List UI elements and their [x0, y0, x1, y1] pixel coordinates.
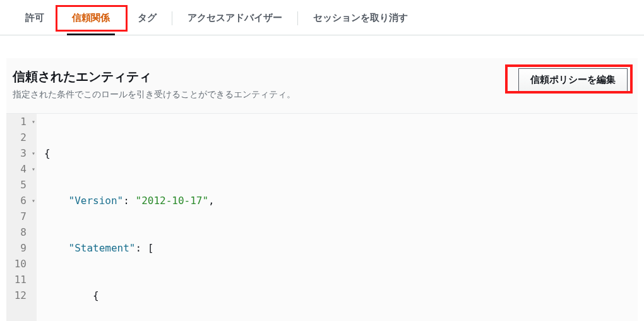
code-line: {	[44, 288, 638, 303]
panel-title: 信頼されたエンティティ	[13, 68, 295, 85]
line-number: 3▾	[6, 145, 32, 161]
line-number: 2	[6, 130, 32, 145]
code-line: "Statement": [	[44, 240, 638, 256]
fold-arrow-icon[interactable]: ▾	[32, 193, 35, 209]
edit-trust-policy-button[interactable]: 信頼ポリシーを編集	[518, 68, 628, 92]
line-number: 10	[6, 256, 32, 272]
code-line: {	[44, 145, 638, 161]
trusted-entities-panel: 信頼されたエンティティ 指定された条件でこのロールを引き受けることができるエンテ…	[6, 58, 638, 321]
line-number: 4▾	[6, 161, 32, 177]
line-number: 12	[6, 288, 32, 303]
fold-arrow-icon[interactable]: ▾	[32, 114, 35, 130]
tabs-bar: 許可 信頼関係 タグ アクセスアドバイザー セッションを取り消す	[0, 0, 644, 35]
tab-access-advisor[interactable]: アクセスアドバイザー	[174, 7, 296, 35]
tab-revoke-sessions[interactable]: セッションを取り消す	[299, 7, 422, 35]
tab-permissions[interactable]: 許可	[11, 7, 58, 35]
line-gutter: 1▾ 2 3▾ 4▾ 5 6▾ 7 8 9 10 11 12	[6, 114, 37, 321]
code-content[interactable]: { "Version": "2012-10-17", "Statement": …	[37, 114, 638, 321]
panel-heading-group: 信頼されたエンティティ 指定された条件でこのロールを引き受けることができるエンテ…	[13, 68, 295, 100]
panel-description: 指定された条件でこのロールを引き受けることができるエンティティ。	[13, 89, 295, 100]
line-number: 9	[6, 240, 32, 256]
trust-policy-editor[interactable]: 1▾ 2 3▾ 4▾ 5 6▾ 7 8 9 10 11 12 { "Versio…	[6, 113, 638, 321]
fold-arrow-icon[interactable]: ▾	[32, 145, 35, 161]
tab-divider	[172, 11, 172, 25]
line-number: 5	[6, 177, 32, 193]
tab-tags[interactable]: タグ	[124, 7, 170, 35]
tab-trust-relationships[interactable]: 信頼関係	[58, 7, 124, 35]
fold-arrow-icon[interactable]: ▾	[32, 161, 35, 177]
panel-header: 信頼されたエンティティ 指定された条件でこのロールを引き受けることができるエンテ…	[6, 58, 638, 113]
line-number: 7	[6, 209, 32, 224]
line-number: 6▾	[6, 193, 32, 209]
line-number: 11	[6, 272, 32, 288]
line-number: 8	[6, 224, 32, 240]
code-line: "Version": "2012-10-17",	[44, 193, 638, 209]
line-number: 1▾	[6, 114, 32, 130]
tab-divider	[297, 11, 298, 25]
